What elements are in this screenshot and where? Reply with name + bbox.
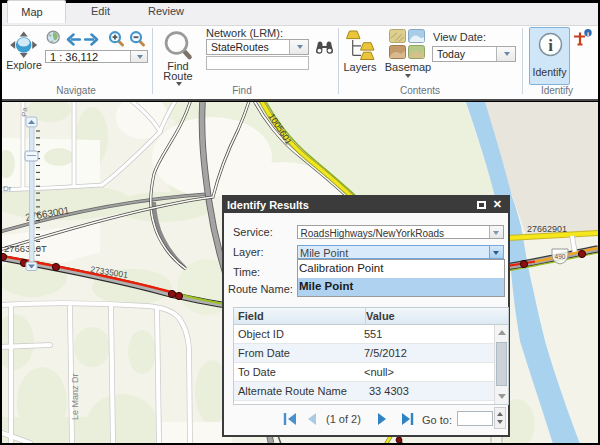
svg-text:Le Manz Dr: Le Manz Dr: [70, 373, 80, 420]
svg-text:27662901: 27662901: [527, 224, 567, 234]
svg-text:i: i: [548, 36, 553, 55]
svg-text:Dr: Dr: [3, 184, 12, 193]
svg-text:490: 490: [555, 253, 566, 260]
svg-text:Pa: Pa: [20, 107, 29, 117]
svg-text:i: i: [587, 30, 589, 38]
svg-text:2766310T: 2766310T: [4, 243, 47, 254]
